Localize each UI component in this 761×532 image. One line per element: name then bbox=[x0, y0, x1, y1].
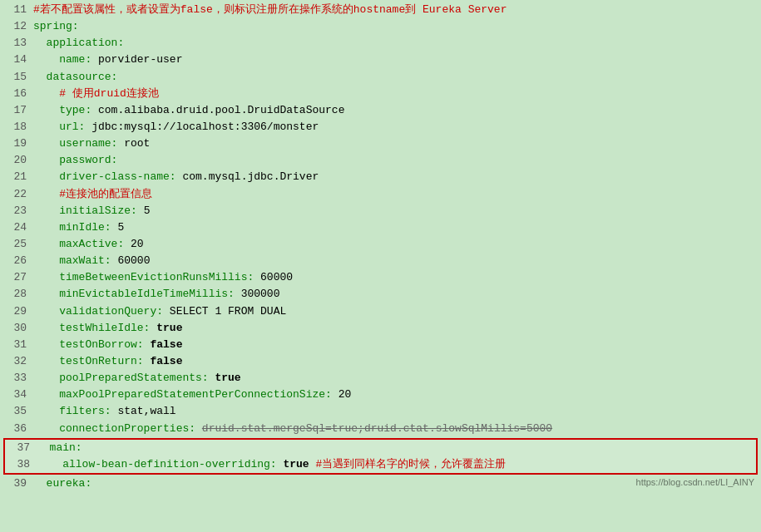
code-line: 19 username: root bbox=[0, 135, 761, 152]
line-number: 39 bbox=[3, 475, 27, 492]
code-line: 38 allow-bean-definition-overriding: tru… bbox=[5, 456, 756, 473]
line-number: 24 bbox=[3, 219, 27, 236]
line-content: spring: bbox=[33, 18, 758, 35]
code-line: 18 url: jdbc:mysql://localhost:3306/mons… bbox=[0, 119, 761, 135]
code-line: 31 testOnBorrow: false bbox=[0, 337, 761, 353]
code-line: 30 testWhileIdle: true bbox=[0, 320, 761, 337]
code-line: 15 datasource: bbox=[0, 69, 761, 86]
code-line: 11#若不配置该属性，或者设置为false，则标识注册所在操作系统的hostna… bbox=[0, 2, 761, 18]
line-number: 23 bbox=[3, 203, 27, 219]
code-line: 32 testOnReturn: false bbox=[0, 353, 761, 370]
line-content: #连接池的配置信息 bbox=[33, 186, 758, 203]
line-number: 12 bbox=[3, 18, 27, 35]
line-content: username: root bbox=[33, 135, 758, 152]
line-content: timeBetweenEvictionRunsMillis: 60000 bbox=[33, 269, 758, 286]
code-content: 11#若不配置该属性，或者设置为false，则标识注册所在操作系统的hostna… bbox=[0, 0, 761, 494]
code-line: 24 minIdle: 5 bbox=[0, 219, 761, 236]
line-number: 34 bbox=[3, 387, 27, 403]
line-number: 22 bbox=[3, 186, 27, 203]
line-content: minIdle: 5 bbox=[33, 219, 758, 236]
line-number: 14 bbox=[3, 52, 27, 68]
line-content: url: jdbc:mysql://localhost:3306/monster bbox=[33, 119, 758, 135]
code-viewer: 11#若不配置该属性，或者设置为false，则标识注册所在操作系统的hostna… bbox=[0, 0, 761, 494]
line-content: testOnBorrow: false bbox=[33, 337, 758, 353]
line-number: 20 bbox=[3, 152, 27, 169]
line-content: allow-bean-definition-overriding: true #… bbox=[37, 456, 754, 473]
code-line: 21 driver-class-name: com.mysql.jdbc.Dri… bbox=[0, 169, 761, 185]
code-line: 22 #连接池的配置信息 bbox=[0, 186, 761, 203]
line-content: maxWait: 60000 bbox=[33, 253, 758, 269]
line-content: initialSize: 5 bbox=[33, 203, 758, 219]
line-content: validationQuery: SELECT 1 FROM DUAL bbox=[33, 303, 758, 320]
line-number: 35 bbox=[3, 403, 27, 420]
line-content: filters: stat,wall bbox=[33, 403, 758, 420]
line-content: testOnReturn: false bbox=[33, 353, 758, 370]
line-number: 17 bbox=[3, 102, 27, 119]
line-number: 32 bbox=[3, 353, 27, 370]
line-content: maxPoolPreparedStatementPerConnectionSiz… bbox=[33, 387, 758, 403]
line-content: datasource: bbox=[33, 69, 758, 86]
line-number: 38 bbox=[7, 456, 30, 473]
line-content: password: bbox=[33, 152, 758, 169]
code-line: 14 name: porvider-user bbox=[0, 52, 761, 68]
code-line: 37 main: bbox=[5, 440, 756, 456]
line-number: 36 bbox=[3, 421, 27, 437]
line-content: type: com.alibaba.druid.pool.DruidDataSo… bbox=[33, 102, 758, 119]
line-number: 25 bbox=[3, 236, 27, 253]
line-number: 27 bbox=[3, 269, 27, 286]
line-content: name: porvider-user bbox=[33, 52, 758, 68]
code-line: 36 connectionProperties: druid.stat.merg… bbox=[0, 421, 761, 437]
line-content: application: bbox=[33, 35, 758, 52]
line-number: 33 bbox=[3, 370, 27, 387]
line-content: maxActive: 20 bbox=[33, 236, 758, 253]
code-line: 13 application: bbox=[0, 35, 761, 52]
code-line: 27 timeBetweenEvictionRunsMillis: 60000 bbox=[0, 269, 761, 286]
code-line: 28 minEvictableIdleTimeMillis: 300000 bbox=[0, 286, 761, 303]
line-content: main: bbox=[37, 440, 754, 456]
line-number: 15 bbox=[3, 69, 27, 86]
line-content: minEvictableIdleTimeMillis: 300000 bbox=[33, 286, 758, 303]
line-number: 29 bbox=[3, 303, 27, 320]
code-line: 29 validationQuery: SELECT 1 FROM DUAL bbox=[0, 303, 761, 320]
line-content: testWhileIdle: true bbox=[33, 320, 758, 337]
code-line: 35 filters: stat,wall bbox=[0, 403, 761, 420]
line-content: driver-class-name: com.mysql.jdbc.Driver bbox=[33, 169, 758, 185]
code-line: 26 maxWait: 60000 bbox=[0, 253, 761, 269]
line-content: #若不配置该属性，或者设置为false，则标识注册所在操作系统的hostname… bbox=[33, 2, 758, 18]
code-line: 16 # 使用druid连接池 bbox=[0, 86, 761, 102]
line-number: 18 bbox=[3, 119, 27, 135]
code-line: 23 initialSize: 5 bbox=[0, 203, 761, 219]
line-number: 11 bbox=[3, 2, 27, 18]
line-content: poolPreparedStatements: true bbox=[33, 370, 758, 387]
code-line: 33 poolPreparedStatements: true bbox=[0, 370, 761, 387]
line-number: 16 bbox=[3, 86, 27, 102]
code-line: 25 maxActive: 20 bbox=[0, 236, 761, 253]
line-number: 37 bbox=[7, 440, 30, 456]
code-line: 34 maxPoolPreparedStatementPerConnection… bbox=[0, 387, 761, 403]
line-number: 30 bbox=[3, 320, 27, 337]
code-line: 12spring: bbox=[0, 18, 761, 35]
highlight-box: 37 main:38 allow-bean-definition-overrid… bbox=[3, 438, 758, 475]
line-content: # 使用druid连接池 bbox=[33, 86, 758, 102]
line-number: 19 bbox=[3, 135, 27, 152]
line-number: 26 bbox=[3, 253, 27, 269]
code-line: 20 password: bbox=[0, 152, 761, 169]
watermark: https://blog.csdn.net/LI_AINY bbox=[636, 477, 754, 487]
line-number: 28 bbox=[3, 286, 27, 303]
line-content: connectionProperties: druid.stat.mergeSq… bbox=[33, 421, 758, 437]
line-number: 21 bbox=[3, 169, 27, 185]
line-number: 13 bbox=[3, 35, 27, 52]
code-line: 17 type: com.alibaba.druid.pool.DruidDat… bbox=[0, 102, 761, 119]
line-number: 31 bbox=[3, 337, 27, 353]
